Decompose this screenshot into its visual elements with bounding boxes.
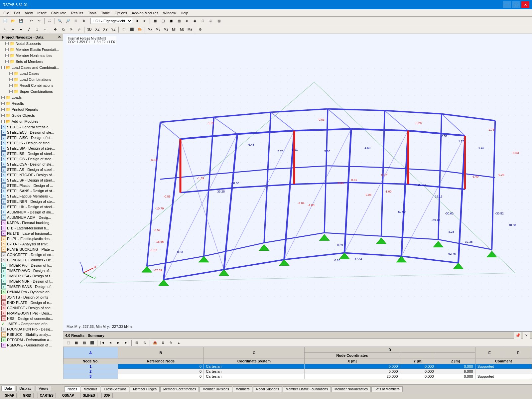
tree-results[interactable]: + 📁 Results [0, 100, 63, 106]
status-cartes[interactable]: CARTES [38, 393, 56, 398]
rtb-next[interactable]: ► [115, 339, 122, 346]
expand-addon[interactable]: - [1, 120, 5, 123]
expand-scomb[interactable]: + [9, 90, 13, 93]
module-timber-sans[interactable]: TTIMBER SANS - Design of... [0, 284, 63, 289]
rtb-export[interactable]: 📤 [151, 339, 159, 346]
tb2-mt[interactable]: Mt [178, 26, 186, 33]
panel-close-btn[interactable]: ✕ [58, 35, 61, 39]
tb-b5[interactable]: ◈ [183, 18, 191, 24]
tree-nodal-supports[interactable]: + 📁 Nodal Supports [0, 41, 63, 47]
tb2-move[interactable]: ✥ [52, 26, 59, 33]
rtb-sigma[interactable]: Σ [175, 339, 183, 346]
tb-save[interactable]: 💾 [17, 18, 25, 24]
tb2-mr[interactable]: Mr [170, 26, 178, 33]
expand-loads[interactable]: + [1, 96, 5, 99]
tb2-forces[interactable]: Mx [146, 26, 154, 33]
tab-member-eccentricities[interactable]: Member Eccentricities [160, 386, 199, 392]
tb-lc-prev[interactable]: ◄ [133, 18, 140, 24]
tree-sets-members[interactable]: + 📁 Sets of Members [0, 59, 63, 65]
tb2-select[interactable]: ↖ [1, 26, 9, 33]
menu-file[interactable]: File [1, 10, 11, 16]
module-timber-nbr[interactable]: TTIMBER NBR - Design of t... [0, 279, 63, 284]
menu-help[interactable]: Help [179, 10, 191, 16]
tb2-rotate-obj[interactable]: ⟳ [67, 26, 75, 33]
expand-lcc[interactable]: - [1, 66, 5, 69]
results-pin-btn[interactable]: 📌 [514, 332, 521, 339]
module-concrete-col[interactable]: CCONCRETE Columns - De... [0, 257, 63, 263]
module-framejoint[interactable]: FFRAME-JOINT Pro - Desi... [0, 311, 63, 316]
module-feltb[interactable]: FFE-LTB - Lateral-torsional... [0, 231, 63, 236]
close-button[interactable]: ✕ [521, 1, 529, 8]
module-end-plate[interactable]: EEND-PLATE - Design of e... [0, 300, 63, 305]
expand-nonlin[interactable]: + [5, 54, 9, 57]
tab-member-hinges[interactable]: Member Hinges [130, 386, 160, 392]
tb-fit[interactable]: ⊞ [72, 18, 79, 24]
table-row[interactable]: 3 0 Cartesian 20.000 0.000 0.000 Support… [64, 374, 532, 379]
module-connect[interactable]: CCONNECT - Design of she... [0, 305, 63, 311]
module-steel-bs[interactable]: SSTEEL BS - Design of steel... [0, 151, 63, 156]
rtb-formula[interactable]: fx [167, 339, 175, 346]
tb-b6[interactable]: ◉ [191, 18, 199, 24]
rtb-node[interactable]: ⬚ [65, 339, 72, 346]
status-grid[interactable]: GRID [21, 393, 34, 398]
module-kappa[interactable]: KKAPPA - Flexural buckling... [0, 220, 63, 225]
tb2-line[interactable]: ╱ [25, 26, 33, 33]
module-limits[interactable]: ✓LIMITS - Comparison of n... [0, 321, 63, 327]
module-steel-sia[interactable]: SSTEEL SIA - Design of stee... [0, 146, 63, 151]
expand-lcomb[interactable]: + [9, 78, 13, 81]
tree-result-combinations[interactable]: + 📁 Result Combinations [0, 82, 63, 88]
tb2-wire[interactable]: ⬚ [120, 26, 127, 33]
tb-lc-next[interactable]: ► [141, 18, 148, 24]
module-steel-ntcdf[interactable]: SSTEEL NTC-DF - Design of... [0, 172, 63, 178]
tb2-copy[interactable]: ⧉ [60, 26, 67, 33]
tb2-my[interactable]: My [154, 26, 162, 33]
rtb-last[interactable]: ►| [123, 339, 130, 346]
tree-super-combinations[interactable]: + 📁 Super Combinations [0, 88, 63, 94]
tb-print[interactable]: 🖨 [46, 18, 53, 24]
module-steel-csa[interactable]: SSTEEL CSA - Design of ste... [0, 162, 63, 167]
tb-b3[interactable]: ▣ [167, 18, 175, 24]
tb-b4[interactable]: ▤ [175, 18, 183, 24]
tb2-calc[interactable]: ⚙ [197, 26, 204, 33]
tab-nodes[interactable]: Nodes [65, 386, 80, 392]
tree-addon[interactable]: - 📂 Add-on Modules [0, 118, 63, 124]
tb-zoom-in[interactable]: 🔍 [56, 18, 64, 24]
module-elpl[interactable]: EEL-PL - Elastic-plastic des... [0, 236, 63, 241]
status-snap[interactable]: SNAP [3, 393, 17, 398]
tb2-ma[interactable]: Ma [186, 26, 194, 33]
rtb-filter[interactable]: ⊟ [133, 339, 140, 346]
tree-member-elastic[interactable]: + 📁 Member Elastic Foundati... [0, 47, 63, 53]
tab-nodal-supports[interactable]: Nodal Supports [253, 386, 282, 392]
rtb-sort[interactable]: ⇅ [141, 339, 148, 346]
status-glines[interactable]: GLINES [80, 393, 97, 398]
menu-results[interactable]: Results [69, 10, 85, 16]
tab-members[interactable]: Members [233, 386, 253, 392]
module-joints[interactable]: JJOINTS - Design of joints [0, 295, 63, 300]
module-deform[interactable]: DDEFORM - Deformation a... [0, 337, 63, 342]
tree-load-cases-comb[interactable]: - 📂 Load Cases and Combinati... [0, 65, 63, 70]
module-rsbuck[interactable]: RRSBUCK - Stability analy... [0, 332, 63, 337]
module-steel-as[interactable]: SSTEEL AS - Design of steel... [0, 167, 63, 172]
tab-member-nonlinearities[interactable]: Member Nonlinearities [332, 386, 371, 392]
minimize-button[interactable]: — [503, 1, 511, 8]
tree-loads[interactable]: + 📁 Loads [0, 94, 63, 100]
tb-rotate[interactable]: ↻ [80, 18, 87, 24]
module-steel-plastic[interactable]: SSTEEL Plastic - Design of ... [0, 183, 63, 188]
tb-b7[interactable]: ⊡ [199, 18, 206, 24]
pnav-data[interactable]: Data [1, 386, 15, 391]
module-steel-fatigue[interactable]: SSTEEL Fatigue Members -... [0, 194, 63, 199]
menu-options[interactable]: Options [112, 10, 129, 16]
module-steel-aisc[interactable]: SSTEEL AISC - Design of st... [0, 135, 63, 140]
module-steel-gb[interactable]: SSTEEL GB - Design of stee... [0, 156, 63, 162]
module-steel-sp[interactable]: SSTEEL SP - Design of steel... [0, 178, 63, 183]
expand-results[interactable]: + [1, 102, 5, 105]
tb2-rect[interactable]: □ [33, 26, 41, 33]
tab-member-elastic-foundations[interactable]: Member Elastic Foundations [283, 386, 331, 392]
tb2-cross[interactable]: ✛ [9, 26, 17, 33]
tb2-xy[interactable]: XY [102, 26, 109, 33]
module-steel-general[interactable]: SSTEEL - General stress a... [0, 124, 63, 130]
viewport-3d[interactable]: Internal Forces M-y [kNm] CO2: 1.35*LF1 … [63, 34, 532, 332]
rtb-prev[interactable]: ◄ [107, 339, 114, 346]
table-row[interactable]: 2 0 Cartesian 0.000 0.000 -6.000 [64, 369, 532, 374]
lc-dropdown[interactable]: LC1 - Eigengewicht [90, 18, 132, 24]
